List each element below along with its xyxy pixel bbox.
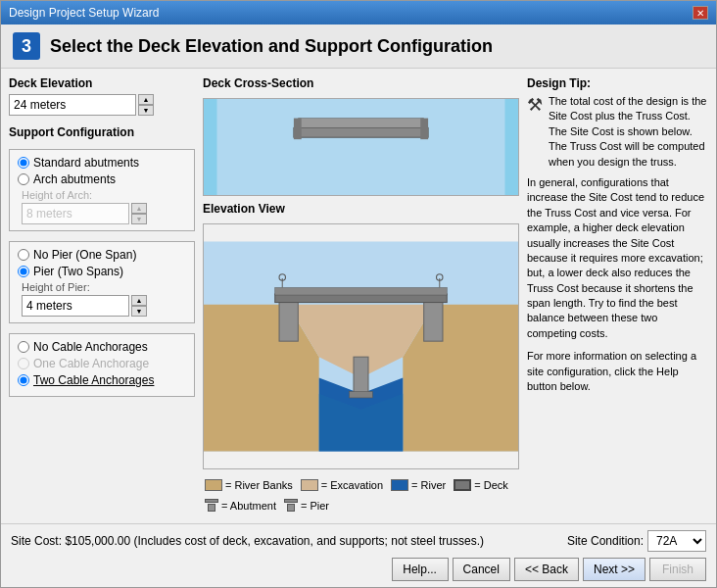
legend-river-banks: = River Banks	[205, 479, 293, 491]
pier-two-spans-label: Pier (Two Spans)	[33, 265, 123, 278]
header-title: Select the Deck Elevation and Support Co…	[50, 36, 493, 57]
main-content: Deck Elevation 24 meters ▲ ▼ Support Con…	[1, 69, 716, 523]
legend-pier: = Pier	[284, 499, 329, 512]
tip-text-3: For more information on selecting a site…	[527, 349, 708, 394]
legend-excavation: = Excavation	[301, 479, 383, 491]
arch-height-spinner: ▲ ▼	[131, 203, 147, 224]
arch-height-up[interactable]: ▲	[131, 203, 147, 214]
cross-section-svg	[204, 99, 518, 195]
pier-height-label: Height of Pier:	[22, 281, 186, 293]
no-cable-radio[interactable]	[18, 341, 29, 353]
deck-elevation-section: Deck Elevation 24 meters ▲ ▼	[9, 76, 195, 116]
no-pier-option[interactable]: No Pier (One Span)	[18, 248, 186, 262]
legend-river: = River	[391, 479, 446, 491]
elevation-svg	[204, 224, 518, 468]
excavation-label: = Excavation	[321, 479, 383, 491]
svg-rect-3	[294, 119, 302, 140]
legend-abutment: = Abutment	[205, 499, 276, 512]
deck-label: = Deck	[474, 479, 508, 491]
close-button[interactable]: ✕	[693, 6, 708, 20]
deck-elevation-up[interactable]: ▲	[138, 94, 154, 105]
deck-elevation-down[interactable]: ▼	[138, 105, 154, 116]
pier-height-row: 4 meters ▲ ▼	[22, 295, 186, 317]
abutments-group: Standard abutments Arch abutments Height…	[9, 149, 195, 231]
arch-height-combo[interactable]: 8 meters	[22, 203, 129, 224]
abutment-icon	[205, 499, 218, 512]
buttons-row: Help... Cancel << Back Next >> Finish	[11, 558, 706, 581]
pier-icon	[284, 499, 298, 512]
no-cable-option[interactable]: No Cable Anchorages	[18, 340, 186, 354]
one-cable-label: One Cable Anchorage	[33, 357, 149, 370]
svg-rect-16	[275, 288, 447, 295]
legend-deck: = Deck	[454, 479, 508, 491]
site-cost-label: Site Cost:	[11, 534, 62, 548]
pier-height-spinner: ▲ ▼	[131, 295, 147, 317]
legend-row: = River Banks = Excavation = River = Dec…	[203, 475, 519, 515]
arch-abutments-label: Arch abutments	[33, 172, 116, 186]
back-button[interactable]: << Back	[514, 558, 579, 581]
two-cable-radio[interactable]	[18, 374, 29, 386]
two-cable-option[interactable]: Two Cable Anchorages	[18, 373, 186, 387]
pier-height-down[interactable]: ▼	[131, 306, 147, 317]
elevation-box	[203, 223, 519, 469]
deck-elevation-spinner: ▲ ▼	[138, 94, 154, 116]
deck-swatch	[454, 479, 471, 491]
svg-rect-11	[279, 299, 298, 341]
cancel-button[interactable]: Cancel	[453, 558, 510, 581]
site-condition-combo[interactable]: 72A	[647, 530, 706, 552]
standard-abutments-option[interactable]: Standard abutments	[18, 156, 186, 170]
cross-section-box	[203, 98, 519, 196]
middle-panel: Deck Cross-Section Elevation View	[203, 76, 519, 515]
pier-two-spans-option[interactable]: Pier (Two Spans)	[18, 265, 186, 278]
svg-rect-12	[424, 299, 443, 341]
design-tip-label: Design Tip:	[527, 76, 708, 90]
cross-section-label: Deck Cross-Section	[203, 76, 519, 90]
site-cost-value: $105,000.00 (Includes cost of deck, exca…	[65, 534, 484, 548]
bottom-bar: Site Cost: $105,000.00 (Includes cost of…	[1, 523, 716, 587]
no-pier-radio[interactable]	[18, 249, 29, 261]
finish-button[interactable]: Finish	[649, 558, 706, 581]
pier-height-up[interactable]: ▲	[131, 295, 147, 306]
tip-text-2: In general, configurations that increase…	[527, 175, 708, 341]
arch-height-row: 8 meters ▲ ▼	[22, 203, 186, 224]
one-cable-option: One Cable Anchorage	[18, 357, 186, 370]
arch-height-down[interactable]: ▼	[131, 214, 147, 224]
pier-label: = Pier	[301, 500, 329, 512]
abutment-label: = Abutment	[221, 500, 276, 512]
svg-rect-1	[294, 127, 428, 137]
river-label: = River	[411, 479, 446, 491]
left-panel: Deck Elevation 24 meters ▲ ▼ Support Con…	[9, 76, 195, 515]
svg-rect-13	[354, 357, 368, 393]
svg-rect-4	[420, 119, 428, 140]
river-banks-label: = River Banks	[225, 479, 293, 491]
cable-group: No Cable Anchorages One Cable Anchorage …	[9, 333, 195, 397]
arch-abutments-option[interactable]: Arch abutments	[18, 172, 186, 186]
elevation-view-label: Elevation View	[203, 202, 519, 216]
arch-abutments-radio[interactable]	[18, 173, 29, 185]
help-button[interactable]: Help...	[392, 558, 449, 581]
support-config-title: Support Configuration	[9, 125, 195, 139]
excavation-swatch	[301, 479, 318, 491]
no-pier-label: No Pier (One Span)	[33, 248, 136, 262]
arch-height-label: Height of Arch:	[22, 189, 186, 201]
design-tip-content: ⚒ The total cost of the design is the Si…	[527, 94, 708, 170]
site-cost-row: Site Cost: $105,000.00 (Includes cost of…	[11, 530, 706, 552]
pier-height-combo[interactable]: 4 meters	[22, 295, 129, 317]
site-condition-section: Site Condition: 72A	[567, 530, 706, 552]
river-swatch	[391, 479, 408, 491]
pier-two-spans-radio[interactable]	[18, 266, 29, 277]
masonic-icon: ⚒	[527, 94, 543, 170]
tip-paragraph1: The total cost of the design is the Site…	[549, 94, 708, 170]
standard-abutments-label: Standard abutments	[33, 156, 139, 170]
deck-elevation-title: Deck Elevation	[9, 76, 195, 90]
deck-elevation-combo[interactable]: 24 meters	[9, 94, 136, 116]
header-section: 3 Select the Deck Elevation and Support …	[1, 24, 716, 69]
site-cost-section: Site Cost: $105,000.00 (Includes cost of…	[11, 534, 484, 548]
standard-abutments-radio[interactable]	[18, 157, 29, 169]
next-button[interactable]: Next >>	[583, 558, 645, 581]
step-badge: 3	[13, 32, 40, 60]
two-cable-label: Two Cable Anchorages	[33, 373, 154, 387]
one-cable-radio[interactable]	[18, 358, 29, 369]
svg-rect-0	[217, 99, 505, 195]
right-panel: Design Tip: ⚒ The total cost of the desi…	[527, 76, 708, 515]
